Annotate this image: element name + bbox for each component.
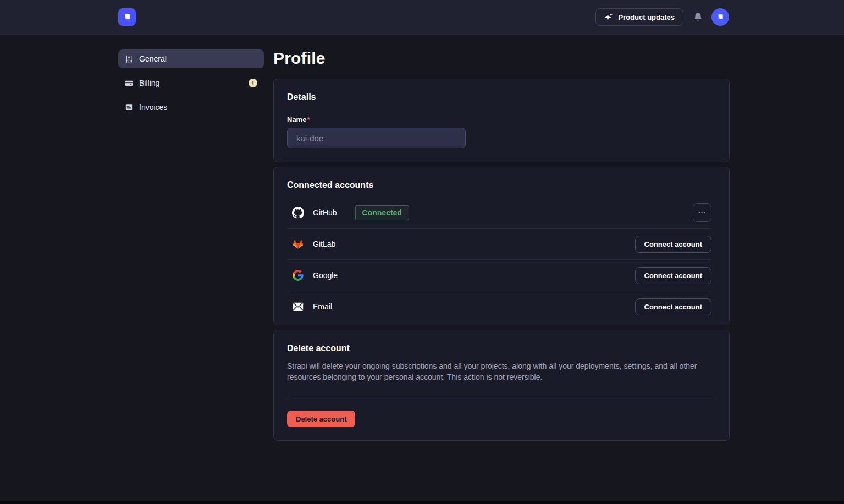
gitlab-icon (292, 238, 304, 250)
email-connect-button[interactable]: Connect account (635, 298, 711, 315)
google-icon (292, 270, 304, 281)
account-row-gitlab: GitLab Connect account (287, 228, 711, 259)
delete-account-card: Delete account Strapi will delete your o… (273, 330, 730, 441)
details-card: Details Name* (273, 79, 730, 162)
name-label-text: Name (287, 115, 306, 124)
name-label: Name* (287, 115, 716, 124)
github-more-button[interactable]: ... (693, 203, 711, 222)
delete-account-description: Strapi will delete your ongoing subscrip… (287, 361, 716, 383)
strapi-logo[interactable] (118, 8, 136, 26)
account-row-email: Email Connect account (287, 291, 711, 322)
account-name: Email (313, 302, 332, 311)
main-content: Profile Details Name* Connected accounts… (273, 35, 730, 445)
credit-card-icon (125, 79, 133, 87)
page-body: General Billing ! (0, 35, 844, 445)
settings-sidebar: General Billing ! (118, 49, 264, 122)
connected-status-badge: Connected (355, 205, 409, 220)
connected-accounts-title: Connected accounts (287, 180, 711, 190)
topbar-actions: Product updates (595, 8, 729, 26)
strapi-logo-icon (122, 12, 132, 22)
divider (287, 396, 716, 396)
connected-accounts-card: Connected accounts GitHub Connected ... (273, 167, 730, 325)
name-input[interactable] (287, 128, 466, 148)
sidebar-item-billing[interactable]: Billing ! (118, 74, 264, 92)
delete-account-title: Delete account (287, 344, 716, 353)
top-bar: Product updates (0, 0, 844, 35)
github-icon (292, 207, 304, 219)
page-title: Profile (273, 49, 730, 68)
ellipsis-icon: ... (698, 208, 706, 214)
notifications-button[interactable] (693, 12, 703, 22)
bell-icon (693, 12, 703, 22)
bottom-edge-strip (0, 501, 844, 504)
sliders-icon (125, 55, 133, 63)
required-asterisk: * (307, 115, 310, 124)
invoice-icon (125, 103, 133, 112)
account-name: GitLab (313, 240, 335, 248)
delete-account-button[interactable]: Delete account (287, 411, 355, 427)
details-title: Details (287, 92, 716, 102)
product-updates-button[interactable]: Product updates (595, 8, 683, 26)
connected-badge-label: Connected (362, 208, 402, 217)
account-row-github: GitHub Connected ... (287, 197, 711, 228)
sidebar-item-label: Billing (139, 79, 159, 87)
avatar-strapi-icon (716, 13, 725, 21)
sidebar-item-label: General (139, 54, 167, 63)
sidebar-item-general[interactable]: General (118, 49, 264, 68)
sidebar-item-invoices[interactable]: Invoices (118, 98, 264, 117)
account-name: Google (313, 271, 338, 280)
email-icon (292, 302, 304, 311)
product-updates-label: Product updates (618, 13, 675, 21)
gitlab-connect-button[interactable]: Connect account (635, 236, 711, 253)
sidebar-item-label: Invoices (139, 103, 167, 112)
sparkle-icon (604, 13, 613, 21)
account-name: GitHub (313, 208, 337, 217)
user-avatar[interactable] (711, 8, 729, 26)
account-row-google: Google Connect account (287, 259, 711, 291)
warning-exclamation: ! (252, 80, 254, 86)
billing-warning-badge: ! (249, 79, 257, 87)
google-connect-button[interactable]: Connect account (635, 267, 711, 284)
